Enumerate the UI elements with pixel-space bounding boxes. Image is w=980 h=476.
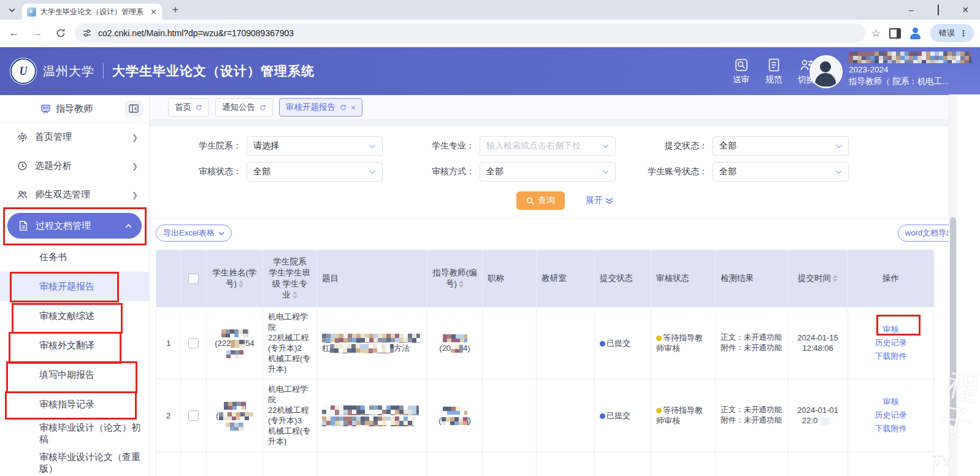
redacted-text xyxy=(442,417,469,425)
sidebar-subitem-review-plagiarism[interactable]: 审核毕业设计论文（查重版） xyxy=(0,448,149,476)
review-link[interactable]: 审核 xyxy=(853,395,928,409)
row-checkbox[interactable] xyxy=(188,338,199,348)
sort-icon[interactable] xyxy=(459,280,464,288)
browser-tab[interactable]: 大学生毕业论文（设计）管理系 ✕ xyxy=(22,4,162,20)
table-row: 3 机电工程学院 xyxy=(156,452,934,476)
redacted-text xyxy=(451,345,463,353)
new-tab-button[interactable]: + xyxy=(168,2,183,17)
student-department-select[interactable]: 请选择 xyxy=(247,136,383,156)
history-link[interactable]: 历史记录 xyxy=(853,409,928,422)
history-link[interactable]: 历史记录 xyxy=(853,336,928,350)
header-student-dept[interactable]: 学生院系 学生学生班级 学生专业 xyxy=(263,250,317,307)
header-submit-time[interactable]: 提交时间 xyxy=(788,250,848,307)
scrollbar-track[interactable] xyxy=(949,94,957,476)
sidebar-role-title: 指导教师 xyxy=(56,103,124,115)
refresh-icon[interactable] xyxy=(259,104,266,111)
search-button[interactable]: 查询 xyxy=(516,191,565,210)
redacted-text xyxy=(224,402,246,410)
restore-icon[interactable] xyxy=(933,5,943,15)
select-all-checkbox[interactable] xyxy=(188,274,199,284)
sidebar-item-process-documents[interactable]: 过程文档管理 xyxy=(7,213,142,239)
tab-close-icon[interactable]: ✕ xyxy=(150,7,157,17)
user-info[interactable]: 2023-2024 指导教师（ 院系：机电工... xyxy=(810,52,971,88)
submit-status-cell xyxy=(595,452,651,476)
sidebar-subitem-review-literature[interactable]: 审核文献综述 xyxy=(0,301,149,331)
table-row: 1 (22254 机电工程学院22机械工程(专升本)2机械工程(专升本) xyxy=(156,307,934,379)
send-review-button[interactable]: 送审 xyxy=(733,58,749,85)
page-tab-home[interactable]: 首页 xyxy=(168,98,209,117)
detection-cell: 正文：未开通功能附件：未开通功能 xyxy=(716,379,788,452)
sort-icon[interactable] xyxy=(293,291,297,299)
refresh-icon[interactable] xyxy=(340,104,346,111)
site-info-icon[interactable] xyxy=(82,28,92,38)
chevron-down-icon xyxy=(369,170,376,174)
url-bar[interactable]: co2.cnki.net/Main.html?dp=wzu&r=17090893… xyxy=(75,23,865,43)
row-checkbox[interactable] xyxy=(188,410,199,421)
close-icon[interactable]: ✕ xyxy=(960,5,970,15)
header-student-name[interactable]: 学生姓名(学号) xyxy=(207,250,263,307)
search-row: 查询 展开 xyxy=(150,191,980,210)
student-dept-cell: 机电工程学院 xyxy=(263,452,317,476)
select-value: 全部 xyxy=(719,166,835,177)
status-dot xyxy=(600,413,605,419)
student-dept-cell: 机电工程学院22机械工程(专升本)3机械工程(专升本) xyxy=(263,379,317,452)
window-controls: – ✕ xyxy=(906,0,975,20)
forward-icon[interactable]: → xyxy=(28,24,47,42)
side-panel-icon[interactable] xyxy=(889,28,901,39)
sort-icon[interactable] xyxy=(239,280,243,288)
download-attachment-link[interactable]: 下载附件 xyxy=(853,422,928,436)
student-major-select[interactable]: 输入检索或点击右侧下拉 xyxy=(480,136,616,156)
sidebar-subitem-review-proposal[interactable]: 审核开题报告 xyxy=(0,272,149,301)
select-value: 请选择 xyxy=(253,140,369,152)
sidebar-item-topic-analysis[interactable]: 选题分析 ❯ xyxy=(0,152,149,180)
app-header: U 温州大学 大学生毕业论文（设计）管理系统 送审 规范 切换 xyxy=(0,47,980,95)
download-attachment-link[interactable]: 下载附件 xyxy=(853,350,928,363)
standards-label: 规范 xyxy=(765,74,782,85)
sidebar-subitem-review-translation[interactable]: 审核外文翻译 xyxy=(0,331,149,360)
standards-button[interactable]: 规范 xyxy=(765,58,782,85)
teacher-cell xyxy=(427,452,483,476)
expand-link[interactable]: 展开 xyxy=(586,195,613,206)
header-divider xyxy=(103,63,104,79)
header-detection-result: 检测结果 xyxy=(716,250,788,307)
review-link[interactable]: 审核 xyxy=(853,323,928,336)
back-icon[interactable]: ← xyxy=(5,24,23,42)
user-role: 指导教师（ 院系：机电工... xyxy=(849,76,971,87)
header-teacher[interactable]: 指导教师(编号) xyxy=(427,250,483,307)
sidebar-item-home-management[interactable]: 首页管理 ❯ xyxy=(0,123,149,152)
sidebar-subitem-review-draft[interactable]: 审核毕业设计（论文）初稿 xyxy=(0,419,149,448)
select-value: 全部 xyxy=(719,140,835,152)
sort-icon[interactable] xyxy=(833,275,838,282)
reload-icon[interactable] xyxy=(52,24,70,42)
profile-avatar-icon[interactable] xyxy=(909,27,922,39)
sidebar-subitem-guidance-records[interactable]: 审核指导记录 xyxy=(0,390,149,419)
review-status-select[interactable]: 全部 xyxy=(247,162,383,182)
page-tab-announcements[interactable]: 通知公告 xyxy=(215,98,273,117)
header-teaching-office: 教研室 xyxy=(537,250,595,307)
sidebar-subitem-task-book[interactable]: 任务书 xyxy=(0,242,149,272)
sidebar-item-label: 首页管理 xyxy=(35,131,132,143)
minimize-icon[interactable]: – xyxy=(906,5,916,15)
page-tab-review-proposal[interactable]: 审核开题报告 × xyxy=(279,98,362,117)
table-header-row: 学生姓名(学号) 学生院系 学生学生班级 学生专业 题目 指导教师(编号) 职称… xyxy=(156,250,934,307)
export-excel-button[interactable]: 导出Excel表格 xyxy=(156,225,232,242)
review-method-select[interactable]: 全部 xyxy=(480,162,616,182)
submit-status-select[interactable]: 全部 xyxy=(713,136,849,156)
refresh-icon[interactable] xyxy=(196,104,202,111)
toolbar-right: ☆ 错误 ⋮ xyxy=(871,24,974,42)
teaching-office-cell xyxy=(537,379,595,452)
submit-time-cell: 2024-01-15 12:48:06 xyxy=(788,307,848,379)
sidebar-item-mutual-selection[interactable]: 师生双选管理 ❯ xyxy=(0,180,149,209)
title-cell xyxy=(317,452,427,476)
select-value: 全部 xyxy=(253,166,369,177)
browser-menu-button[interactable]: 错误 ⋮ xyxy=(930,24,974,42)
tab-close-icon[interactable]: × xyxy=(351,103,356,112)
account-status-select[interactable]: 全部 xyxy=(713,162,849,182)
sidebar-subitem-midterm-report[interactable]: 填写中期报告 xyxy=(0,360,149,390)
bookmark-star-icon[interactable]: ☆ xyxy=(871,27,881,40)
actions-cell xyxy=(848,452,934,476)
send-review-label: 送审 xyxy=(733,74,749,85)
sidebar-collapse-icon[interactable] xyxy=(124,101,143,117)
scrollbar-thumb[interactable] xyxy=(950,217,956,426)
tab-search-icon[interactable] xyxy=(4,2,20,18)
